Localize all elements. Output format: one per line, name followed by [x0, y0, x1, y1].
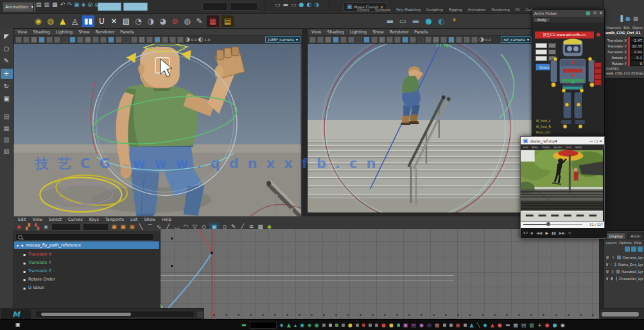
- shelf-tab[interactable]: Surfaces: [375, 8, 390, 13]
- absolute-transform-field[interactable]: [202, 3, 228, 11]
- render-icons[interactable]: ▭▬▭●◐◑: [275, 2, 319, 8]
- ge-menu-show[interactable]: Show: [144, 217, 155, 222]
- ge-menu-tangents[interactable]: Tangents: [105, 217, 124, 222]
- dock-corner-icons[interactable]: ▐●▦: [618, 16, 638, 22]
- viewport-toolbar-icons[interactable]: [15, 37, 184, 43]
- menu-lighting[interactable]: Lighting: [350, 30, 367, 35]
- graph-editor-curve-area[interactable]: [161, 229, 599, 319]
- cb-menu-channels[interactable]: Channels: [606, 26, 621, 30]
- cb-channel-row[interactable]: Translate Y 10.35: [604, 43, 644, 49]
- layer-row[interactable]: V Stairs_Env_Lyr: [605, 261, 643, 268]
- menu-renderer[interactable]: Renderer: [390, 30, 409, 35]
- playback-buttons[interactable]: ▪◀◀▶▮▮▶▶↻: [530, 231, 571, 235]
- picker-titlebar[interactable]: Anim Picker ●≡▾: [532, 10, 604, 17]
- layout-buttons[interactable]: ▤▦▥▧: [2, 112, 12, 156]
- toolbar-search-field[interactable]: [250, 322, 277, 329]
- visibility-toggle[interactable]: V: [605, 269, 609, 274]
- ge-channel-row[interactable]: ▪ Translate X: [14, 250, 159, 258]
- channel-value[interactable]: 0: [630, 60, 643, 66]
- new-layer-icon[interactable]: [638, 247, 643, 252]
- ge-selected-node[interactable]: ▾ ▪ mocap_fly_path_reference: [14, 241, 159, 249]
- menu-show[interactable]: Show: [372, 30, 384, 35]
- reference-toggle[interactable]: R: [610, 276, 613, 281]
- ge-menu-view[interactable]: View: [33, 217, 42, 222]
- tab-anim[interactable]: Anim: [627, 232, 643, 239]
- toolbar-icons[interactable]: ◈▲▴◉◆●●●●▣▤◉◎▦●▲╲◆▲●▬▦▤▥+●●◉: [280, 323, 565, 328]
- visibility-toggle[interactable]: V: [605, 255, 610, 260]
- layer-row[interactable]: VR Character_Lyr: [605, 275, 643, 282]
- channel-value[interactable]: -2.47: [630, 37, 643, 43]
- video-menu[interactable]: Audio: [554, 146, 562, 149]
- picker-note[interactable]: IK_foot_R: [536, 125, 551, 128]
- picker-character-map[interactable]: [545, 38, 600, 135]
- layer-row[interactable]: V Handrail_Lyr: [605, 268, 643, 275]
- layers-menu-options[interactable]: Options: [620, 241, 632, 245]
- ge-menu-select[interactable]: Select: [49, 217, 62, 222]
- picker-note[interactable]: IK_foot_L: [536, 119, 550, 123]
- viewport-left-scene[interactable]: [13, 44, 301, 217]
- picker-red-button[interactable]: [594, 68, 602, 74]
- minimize-strip-icon[interactable]: ▬: [241, 323, 247, 328]
- record-icon[interactable]: [596, 33, 600, 37]
- window-buttons[interactable]: — ▢ ✕: [589, 139, 602, 143]
- exposure-control[interactable]: ◑0.0: [479, 37, 491, 42]
- ge-timeline-ticks[interactable]: [164, 314, 594, 316]
- tool-icons[interactable]: ◤○✎+↻▣: [1, 32, 13, 103]
- cb-channel-row[interactable]: Rotate X -5.1: [604, 55, 644, 60]
- scroll-corner-button[interactable]: [196, 311, 204, 319]
- video-menu[interactable]: Help: [575, 146, 582, 149]
- cb-channel-row[interactable]: Translate Z 0.82: [604, 49, 644, 55]
- viewport-right-scene[interactable]: [308, 44, 532, 213]
- ge-key-icons[interactable]: ◆▞▚▪: [15, 223, 49, 230]
- playback-toggle[interactable]: [610, 262, 613, 267]
- animation-curves[interactable]: [161, 229, 599, 319]
- menu-shading[interactable]: Shading: [33, 30, 49, 35]
- shelf-tab[interactable]: Rendering: [492, 8, 510, 13]
- ge-menu-curves[interactable]: Curves: [68, 217, 83, 222]
- gamma-control[interactable]: ◐1.0: [198, 37, 211, 42]
- ge-menu-edit[interactable]: Edit: [18, 217, 26, 222]
- picker-red-button[interactable]: [594, 80, 602, 85]
- shelf-icons-right[interactable]: ▬▭▬●◐*: [385, 16, 459, 26]
- shelf-tab[interactable]: FX: [516, 8, 520, 13]
- expand-arrow-icon[interactable]: ▾: [17, 243, 19, 248]
- scrollbar-handle[interactable]: [41, 313, 131, 316]
- menu-panels[interactable]: Panels: [120, 30, 134, 35]
- cb-channel-row[interactable]: Translate X -2.47: [604, 37, 644, 43]
- shelf-tab[interactable]: Curves: [357, 8, 369, 13]
- rename-field[interactable]: [123, 3, 148, 11]
- channel-value[interactable]: 0.82: [630, 49, 643, 55]
- tab-display[interactable]: Display: [605, 232, 626, 239]
- video-menu[interactable]: File: [523, 146, 528, 149]
- shelf-tab[interactable]: Poly Modeling: [396, 8, 421, 13]
- shelf-tab[interactable]: Sculpting: [426, 8, 443, 13]
- quick-select-field[interactable]: [98, 3, 121, 11]
- layer-row[interactable]: V Camera_Lyr: [605, 254, 643, 261]
- layer-color-swatch[interactable]: [616, 269, 620, 274]
- cb-node-name[interactable]: walk_COG_Ctrl_01: [605, 31, 643, 35]
- video-menu[interactable]: Sub: [566, 146, 571, 149]
- new-layer-icon[interactable]: [625, 247, 630, 252]
- viewport-toolbar-icons[interactable]: [309, 37, 478, 43]
- ge-channel-row[interactable]: ▪ Translate Y: [14, 259, 159, 266]
- ge-menu-list[interactable]: List: [130, 217, 137, 222]
- menu-lighting[interactable]: Lighting: [56, 30, 73, 35]
- cb-shape-name[interactable]: walk_COG_Ctrl_01Shape: [606, 71, 643, 75]
- video-frame[interactable]: [521, 150, 603, 221]
- channel-value[interactable]: -5.1: [630, 55, 643, 60]
- file-icons[interactable]: ▤▥▦↶↷: [36, 2, 73, 8]
- ge-search-field[interactable]: [15, 233, 154, 241]
- layers-menu-layers[interactable]: Layers: [606, 241, 617, 245]
- menu-renderer[interactable]: Renderer: [96, 30, 115, 35]
- menu-show[interactable]: Show: [78, 30, 90, 35]
- ge-horizontal-scrollbar[interactable]: [36, 311, 194, 317]
- playback-toggle[interactable]: [611, 255, 616, 260]
- ge-menu-help[interactable]: Help: [162, 217, 171, 222]
- picker-tab-body[interactable]: Body: [534, 17, 550, 22]
- menu-view[interactable]: View: [17, 30, 27, 35]
- layer-buttons[interactable]: [625, 247, 643, 252]
- visibility-toggle[interactable]: V: [605, 276, 609, 281]
- menu-view[interactable]: View: [311, 30, 321, 35]
- ge-channel-row[interactable]: ▪ U Value: [14, 284, 159, 291]
- layers-menu-help[interactable]: Help: [634, 241, 641, 245]
